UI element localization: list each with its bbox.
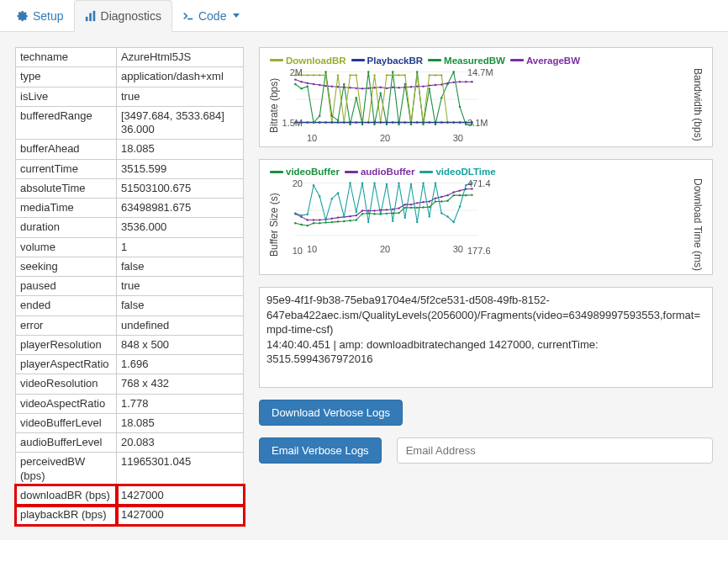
svg-point-120 (435, 83, 436, 85)
svg-point-50 (373, 121, 375, 123)
email-address-input[interactable] (397, 437, 713, 464)
svg-point-62 (446, 121, 448, 123)
diag-value: 63498981.675 (117, 199, 244, 218)
svg-point-39 (307, 121, 309, 123)
chart-plot-area[interactable] (282, 67, 492, 131)
diag-row-paused: pausedtrue (16, 277, 244, 296)
diag-value: [3497.684, 3533.684] 36.000 (117, 106, 244, 140)
diag-value: 768 x 432 (117, 374, 244, 394)
tab-code[interactable]: Code (172, 0, 250, 31)
diag-value: 18.085 (117, 413, 244, 432)
diagnostics-table: technameAzureHtml5JStypeapplication/dash… (15, 47, 244, 525)
svg-point-179 (410, 204, 412, 205)
svg-point-113 (392, 86, 393, 87)
svg-point-64 (459, 121, 461, 123)
diag-key: ended (16, 296, 117, 315)
svg-point-86 (410, 123, 412, 125)
diag-value: 3515.599 (117, 159, 244, 178)
svg-point-176 (392, 209, 393, 210)
svg-point-217 (459, 205, 461, 207)
svg-point-169 (349, 215, 351, 217)
diag-row-perceivedbw-bps-: perceivedBW (bps)11965301.045 (16, 453, 244, 486)
svg-point-80 (373, 123, 375, 125)
diag-value: 848 x 500 (117, 335, 244, 354)
chart-legend: videoBufferaudioBuffervideoDLTime (270, 165, 705, 178)
svg-point-187 (459, 190, 461, 192)
chart-plot-area[interactable] (282, 178, 492, 242)
svg-point-104 (337, 86, 339, 87)
svg-point-138 (343, 220, 345, 222)
svg-point-207 (398, 183, 399, 184)
svg-point-153 (435, 200, 436, 202)
svg-point-166 (331, 218, 333, 220)
y-axis-right-label: Bandwidth (bps) (492, 67, 705, 143)
svg-point-213 (435, 183, 436, 184)
svg-point-209 (410, 183, 412, 185)
svg-point-48 (361, 121, 363, 123)
svg-point-71 (319, 114, 320, 116)
svg-point-9 (307, 74, 309, 76)
svg-point-77 (356, 96, 357, 98)
svg-point-88 (422, 123, 424, 125)
svg-point-29 (429, 74, 430, 76)
diag-key: videoBufferLevel (16, 413, 117, 432)
diag-value: 11965301.045 (117, 453, 244, 486)
svg-point-149 (410, 207, 412, 209)
diag-row-videobufferlevel: videoBufferLevel18.085 (16, 413, 244, 432)
svg-point-210 (416, 221, 418, 223)
svg-point-78 (361, 123, 363, 125)
svg-point-112 (386, 87, 388, 88)
diag-value: undefined (117, 315, 244, 335)
svg-point-103 (331, 85, 333, 87)
svg-point-61 (440, 121, 442, 123)
svg-point-31 (440, 74, 442, 76)
svg-point-172 (367, 209, 369, 211)
diag-value: true (117, 277, 244, 296)
svg-point-108 (361, 87, 363, 89)
tab-setup[interactable]: Setup (7, 0, 74, 31)
svg-point-49 (367, 121, 369, 123)
svg-point-205 (386, 183, 388, 185)
tab-label: Diagnostics (101, 9, 161, 23)
svg-point-109 (367, 87, 369, 88)
svg-point-14 (337, 74, 339, 76)
svg-point-119 (429, 84, 430, 86)
svg-point-90 (435, 123, 436, 125)
svg-point-150 (416, 207, 418, 209)
diag-row-bufferahead: bufferAhead18.085 (16, 140, 244, 159)
tab-label: Code (198, 9, 226, 23)
svg-point-171 (361, 209, 363, 211)
svg-point-170 (356, 215, 357, 216)
svg-point-154 (440, 200, 442, 202)
download-logs-button[interactable]: Download Verbose Logs (259, 400, 403, 426)
diag-row-absolutetime: absoluteTime51503100.675 (16, 178, 244, 198)
svg-point-24 (398, 74, 399, 76)
svg-point-212 (429, 215, 430, 217)
svg-point-156 (453, 194, 455, 196)
diag-value: 1427000 (117, 485, 244, 505)
email-logs-button[interactable]: Email Verbose Logs (259, 437, 382, 464)
diag-row-bufferedrange: bufferedRange[3497.684, 3533.684] 36.000 (16, 106, 244, 140)
svg-point-147 (398, 212, 399, 214)
svg-point-30 (435, 74, 436, 76)
verbose-log-output[interactable] (259, 287, 713, 388)
svg-point-60 (435, 121, 436, 123)
svg-point-27 (416, 74, 418, 76)
svg-point-146 (392, 212, 393, 214)
diag-key: bufferAhead (16, 140, 117, 159)
svg-point-173 (373, 209, 375, 211)
bars-icon (85, 10, 97, 22)
svg-point-185 (446, 194, 448, 196)
svg-point-46 (349, 121, 351, 123)
svg-rect-2 (92, 11, 95, 21)
svg-point-140 (356, 219, 357, 220)
tab-diagnostics[interactable]: Diagnostics (74, 0, 172, 32)
svg-point-10 (313, 74, 314, 76)
diag-key: bufferedRange (16, 106, 117, 140)
svg-point-177 (398, 207, 399, 209)
diag-key: type (16, 67, 117, 87)
svg-point-12 (324, 74, 326, 76)
svg-point-208 (404, 217, 406, 219)
svg-point-155 (446, 200, 448, 202)
svg-point-44 (337, 121, 339, 123)
